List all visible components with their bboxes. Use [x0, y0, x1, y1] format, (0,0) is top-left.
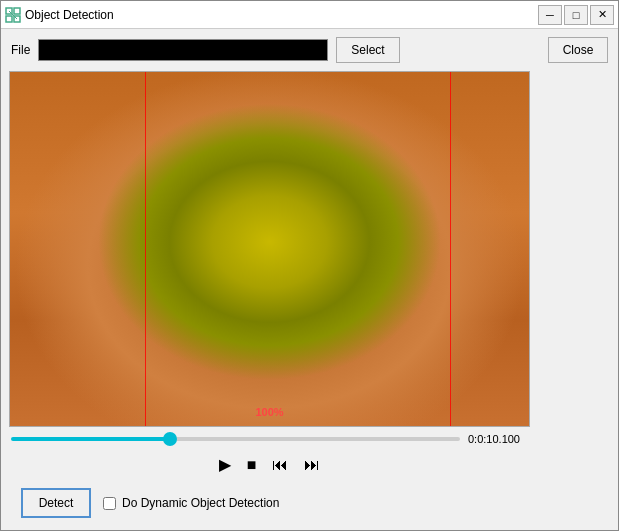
bottom-row: Detect Do Dynamic Object Detection [11, 484, 528, 526]
main-panel: File Select 100% 0:0:10.100 [1, 29, 538, 530]
select-button[interactable]: Select [336, 37, 399, 63]
window-close-button[interactable]: ✕ [590, 5, 614, 25]
prev-button[interactable]: ⏮ [268, 454, 292, 476]
file-label: File [11, 43, 30, 57]
file-input-box [38, 39, 328, 61]
detect-button[interactable]: Detect [21, 488, 91, 518]
minimize-button[interactable]: ─ [538, 5, 562, 25]
video-canvas: 100% [10, 72, 529, 426]
app-icon [5, 7, 21, 23]
video-container: 100% [9, 71, 530, 427]
next-button[interactable]: ⏭ [300, 454, 324, 476]
window-title: Object Detection [25, 8, 538, 22]
transport-row: ▶ ■ ⏮ ⏭ [11, 449, 528, 480]
dynamic-detection-checkbox[interactable] [103, 497, 116, 510]
svg-rect-1 [14, 8, 20, 14]
time-display: 0:0:10.100 [468, 433, 528, 445]
slider-row: 0:0:10.100 [11, 433, 528, 445]
svg-line-4 [9, 11, 17, 19]
right-panel: Close [538, 29, 618, 530]
maximize-button[interactable]: □ [564, 5, 588, 25]
close-button[interactable]: Close [548, 37, 608, 63]
time-slider[interactable] [11, 437, 460, 441]
stop-button[interactable]: ■ [243, 454, 261, 476]
video-frame: 100% [10, 72, 529, 426]
svg-rect-2 [6, 16, 12, 22]
main-window: Object Detection ─ □ ✕ File Select 100% [0, 0, 619, 531]
file-row: File Select [1, 29, 538, 71]
zoom-label: 100% [255, 406, 283, 418]
play-button[interactable]: ▶ [215, 453, 235, 476]
controls-area: 0:0:10.100 ▶ ■ ⏮ ⏭ Detect Do Dynamic Obj… [1, 427, 538, 530]
title-bar: Object Detection ─ □ ✕ [1, 1, 618, 29]
content-area: File Select 100% 0:0:10.100 [1, 29, 618, 530]
window-controls: ─ □ ✕ [538, 5, 614, 25]
checkbox-area: Do Dynamic Object Detection [103, 496, 279, 510]
dynamic-detection-label: Do Dynamic Object Detection [122, 496, 279, 510]
